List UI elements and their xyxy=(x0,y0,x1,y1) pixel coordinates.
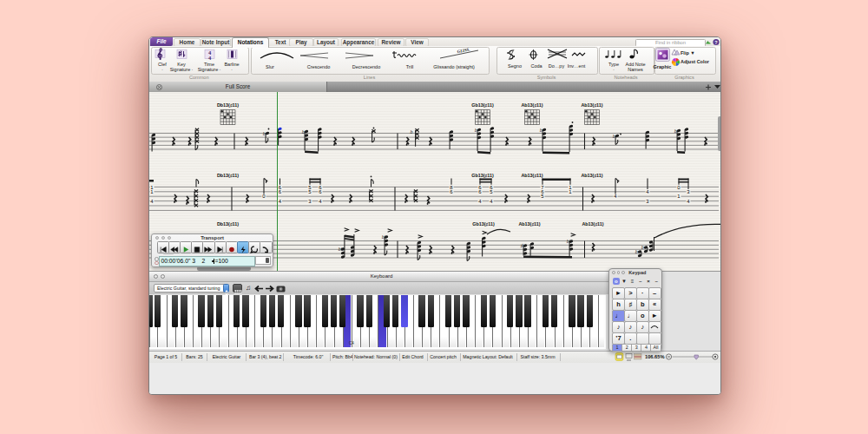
svg-text:bb: bb xyxy=(567,239,572,244)
svg-text:Ab13(♯11): Ab13(♯11) xyxy=(581,102,602,108)
svg-text:bb: bb xyxy=(382,234,387,240)
svg-text:b: b xyxy=(263,130,266,135)
svg-text:b: b xyxy=(641,245,644,250)
svg-text:GLISS.: GLISS. xyxy=(457,48,470,54)
svg-text:Gb13(♯11): Gb13(♯11) xyxy=(471,102,494,108)
svg-text:bb: bb xyxy=(339,247,344,252)
svg-text:b: b xyxy=(411,129,413,135)
svg-text:Db13(♯11): Db13(♯11) xyxy=(217,102,239,108)
svg-text:Db13(♯11): Db13(♯11) xyxy=(217,220,239,226)
svg-text:Ab13(♯11): Ab13(♯11) xyxy=(521,102,542,108)
svg-text:106.65%: 106.65% xyxy=(645,354,664,359)
svg-text:b: b xyxy=(302,128,305,134)
svg-text:b: b xyxy=(540,127,542,132)
svg-text:b: b xyxy=(475,127,477,132)
svg-text:Gb13(♯11): Gb13(♯11) xyxy=(471,172,494,177)
svg-text:b: b xyxy=(613,133,615,138)
svg-text:1: 1 xyxy=(677,194,680,199)
svg-text:b: b xyxy=(674,128,677,133)
svg-text:Db13(♯11): Db13(♯11) xyxy=(217,172,239,177)
svg-text:b: b xyxy=(635,249,638,254)
svg-text:Gb13(♯11): Gb13(♯11) xyxy=(472,220,495,226)
svg-text:Ab13(♯11): Ab13(♯11) xyxy=(582,220,603,226)
svg-text:1: 1 xyxy=(569,189,571,194)
svg-text:1: 1 xyxy=(150,189,153,194)
svg-text:Ab13(♯11): Ab13(♯11) xyxy=(521,172,542,177)
svg-text:Ab13(♯11): Ab13(♯11) xyxy=(581,172,602,177)
svg-text:Ab13(♯11): Ab13(♯11) xyxy=(518,220,540,226)
